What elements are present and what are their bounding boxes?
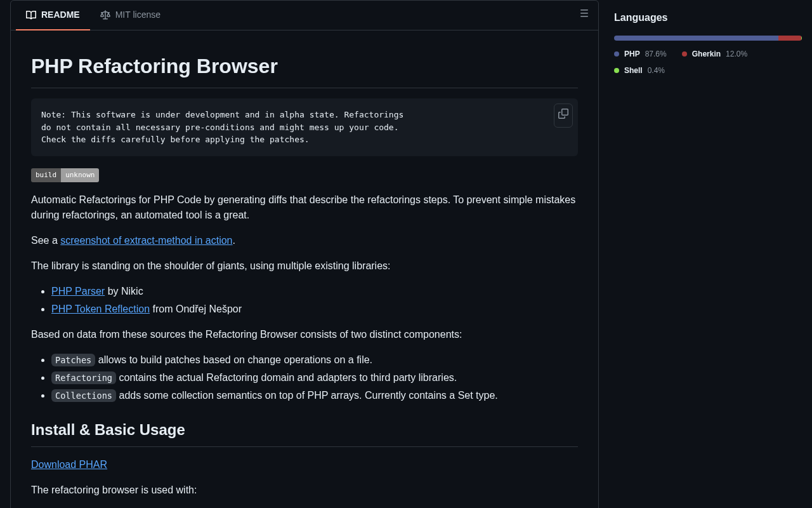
usage-paragraph: The refactoring browser is used with: (31, 483, 578, 498)
languages-bar (614, 36, 802, 41)
page-title: PHP Refactoring Browser (31, 51, 578, 88)
code-term: Refactoring (51, 371, 116, 384)
lang-dot-icon (682, 51, 687, 57)
readme-container: README MIT license PHP Refactoring Brows… (10, 0, 599, 508)
sidebar: Languages PHP 87.6% Gherkin 12.0% Shell … (614, 0, 802, 508)
code-term: Patches (51, 354, 95, 366)
readme-body: PHP Refactoring Browser Note: This softw… (11, 30, 598, 508)
lang-segment-gherkin[interactable] (778, 36, 801, 41)
components-paragraph: Based on data from these sources the Ref… (31, 327, 578, 342)
download-link[interactable]: Download PHAR (31, 459, 107, 470)
giants-paragraph: The library is standing on the shoulder … (31, 258, 578, 274)
screenshot-link[interactable]: screenshot of extract-method in action (60, 235, 232, 246)
install-heading: Install & Basic Usage (31, 418, 578, 447)
download-paragraph: Download PHAR (31, 457, 578, 472)
lang-dot-icon (614, 51, 619, 57)
tab-readme[interactable]: README (16, 1, 90, 30)
languages-list: PHP 87.6% Gherkin 12.0% Shell 0.4% (614, 48, 802, 76)
lib-link[interactable]: PHP Parser (51, 286, 105, 297)
law-icon (100, 10, 110, 20)
tab-readme-label: README (41, 8, 80, 22)
intro-paragraph: Automatic Refactorings for PHP Code by g… (31, 192, 578, 223)
list-item: PHP Token Reflection from Ondřej Nešpor (51, 302, 578, 317)
build-badge[interactable]: build unknown (31, 168, 99, 183)
components-list: Patches allows to build patches based on… (31, 352, 578, 403)
file-tabs: README MIT license (11, 1, 598, 30)
lang-segment-php[interactable] (614, 36, 778, 41)
languages-heading: Languages (614, 10, 802, 25)
copy-button[interactable] (554, 104, 573, 128)
lang-segment-shell[interactable] (801, 36, 802, 41)
list-item: Collections adds some collection semanti… (51, 388, 578, 403)
badge-label: build (31, 168, 61, 183)
lang-dot-icon (614, 68, 619, 73)
libraries-list: PHP Parser by Nikic PHP Token Reflection… (31, 284, 578, 317)
book-icon (26, 10, 36, 20)
language-item-shell[interactable]: Shell 0.4% (614, 65, 665, 76)
list-icon (579, 8, 589, 18)
code-term: Collections (51, 389, 116, 402)
language-item-gherkin[interactable]: Gherkin 12.0% (682, 48, 747, 60)
list-item: Refactoring contains the actual Refactor… (51, 370, 578, 385)
language-item-php[interactable]: PHP 87.6% (614, 48, 667, 60)
copy-icon (558, 109, 568, 119)
tab-license-label: MIT license (115, 8, 160, 22)
list-item: PHP Parser by Nikic (51, 284, 578, 299)
tab-license[interactable]: MIT license (90, 1, 171, 30)
note-block: Note: This software is under development… (31, 98, 578, 156)
list-item: Patches allows to build patches based on… (51, 352, 578, 368)
note-text: Note: This software is under development… (41, 109, 568, 146)
lib-link[interactable]: PHP Token Reflection (51, 304, 150, 314)
screenshot-paragraph: See a screenshot of extract-method in ac… (31, 233, 578, 248)
badge-value: unknown (61, 168, 99, 183)
outline-button[interactable] (575, 4, 593, 27)
